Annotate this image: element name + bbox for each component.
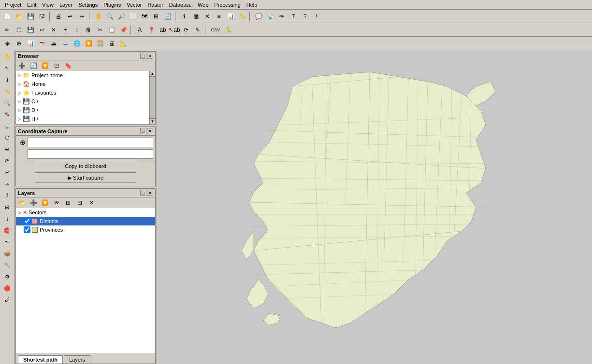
tree-item-d[interactable]: ▷ 💾 D:/ — [16, 106, 149, 114]
tree-item-mssql[interactable]: ▷ 🗄 MSSQL — [16, 123, 149, 124]
tool-profile[interactable]: 〜 — [2, 237, 13, 247]
menu-settings[interactable]: Settings — [75, 1, 101, 9]
about-btn[interactable]: ! — [311, 11, 322, 22]
3d-btn[interactable]: 🗻 — [60, 38, 71, 49]
add-feature-btn[interactable]: + — [60, 25, 71, 35]
menu-layer[interactable]: Layer — [57, 1, 76, 9]
tree-item-c[interactable]: ▷ 💾 C:/ — [16, 97, 149, 106]
tool-measure[interactable]: 📏 — [2, 86, 13, 97]
menu-plugins[interactable]: Plugins — [101, 1, 124, 9]
layout-btn[interactable]: 📐 — [118, 38, 129, 49]
browser-scrollbar[interactable]: ▲ ▼ — [149, 71, 155, 124]
tool-split[interactable]: ✂ — [2, 167, 13, 178]
format-btn[interactable]: 🖨 — [106, 38, 117, 49]
copy-edit-btn[interactable]: 📋 — [106, 25, 117, 35]
scroll-up-btn[interactable]: ▲ — [150, 71, 155, 77]
deselect-btn[interactable]: ✕ — [202, 11, 213, 22]
menu-database[interactable]: Database — [166, 1, 195, 9]
tool-snap[interactable]: 🧲 — [2, 225, 13, 236]
tool-reshape[interactable]: ⤴ — [2, 190, 13, 201]
tool-gps[interactable]: 📡 — [2, 121, 13, 131]
layers-open-btn[interactable]: 📂 — [16, 197, 27, 208]
layers-collapse-btn[interactable]: ⊟ — [74, 197, 85, 208]
layer-provinces-checkbox[interactable] — [24, 226, 30, 233]
menu-help[interactable]: Help — [244, 1, 260, 9]
gps-btn[interactable]: 📡 — [265, 11, 275, 22]
coord-x-input[interactable] — [28, 138, 153, 147]
tool-digitize[interactable]: ⬡ — [2, 132, 13, 143]
tree-item-h[interactable]: ▷ 💾 H:/ — [16, 114, 149, 123]
tool-rotate[interactable]: ⟳ — [2, 155, 13, 166]
tool-offset[interactable]: ⇥ — [2, 179, 13, 189]
profile-btn[interactable]: 〜 — [37, 38, 47, 49]
zoom-out-btn[interactable]: 🔎 — [116, 11, 127, 22]
cut-btn[interactable]: ✂ — [95, 25, 105, 35]
pan-btn[interactable]: ✋ — [93, 11, 103, 22]
cancel-btn[interactable]: ✕ — [48, 25, 59, 35]
tool-plugin4[interactable]: 🖊 — [2, 294, 13, 305]
layer-group-sectors[interactable]: ▷ ✕ Sectors — [16, 208, 155, 217]
menu-web[interactable]: Web — [195, 1, 211, 9]
browser-refresh-btn[interactable]: 🔄 — [28, 60, 39, 71]
tool-merge[interactable]: ⊞ — [2, 202, 13, 212]
undo-btn[interactable]: ↩ — [65, 11, 75, 22]
scroll-down-btn[interactable]: ▼ — [150, 118, 155, 124]
tool-plugin2[interactable]: ⚙ — [2, 271, 13, 282]
tool-zoom[interactable]: 🔍 — [2, 98, 13, 108]
tool-pan[interactable]: ✋ — [2, 51, 13, 62]
layers-visible-btn[interactable]: 👁 — [51, 197, 62, 208]
tool-annotate[interactable]: ✎ — [2, 109, 13, 120]
start-capture-btn[interactable]: ▶ Start capture — [35, 172, 136, 183]
coord-y-input[interactable] — [28, 149, 153, 159]
tool-select[interactable]: ↖ — [2, 63, 13, 73]
tool-plugin1[interactable]: 🔧 — [2, 260, 13, 270]
paste-btn[interactable]: 📌 — [118, 25, 129, 35]
csv-btn[interactable]: CSV — [209, 25, 222, 35]
layer-item-districts[interactable]: Districts — [16, 217, 155, 225]
tool-move-attr[interactable]: ⤵ — [2, 213, 13, 224]
pin-btn[interactable]: 📍 — [146, 25, 157, 35]
layers-float-btn[interactable]: □ — [140, 190, 146, 196]
help-btn[interactable]: ? — [300, 11, 310, 22]
print-btn[interactable]: 🖨 — [53, 11, 64, 22]
tool-layer[interactable]: 📦 — [2, 248, 13, 259]
menu-edit[interactable]: Edit — [24, 1, 39, 9]
layers-filter-btn[interactable]: 🔽 — [40, 197, 50, 208]
zoom-full-btn[interactable]: ⬜ — [128, 11, 138, 22]
layers-add-btn[interactable]: ➕ — [28, 197, 39, 208]
copy-to-clipboard-btn[interactable]: Copy to clipboard — [35, 161, 136, 171]
attr-table-btn[interactable]: ≡ — [214, 11, 224, 22]
zoom-in-btn[interactable]: 🔍 — [104, 11, 115, 22]
tool-node[interactable]: ⊕ — [2, 144, 13, 154]
digitize-btn[interactable]: ✏ — [276, 11, 287, 22]
coord-close-btn[interactable]: ✕ — [147, 128, 153, 134]
browser-float-btn[interactable]: □ — [140, 53, 146, 59]
menu-raster[interactable]: Raster — [144, 1, 166, 9]
tool-info[interactable]: ℹ — [2, 74, 13, 85]
new-project-btn[interactable]: 📄 — [2, 11, 13, 22]
chart-btn[interactable]: 📊 — [25, 38, 36, 49]
layer-districts-checkbox[interactable] — [24, 218, 30, 224]
delete-btn[interactable]: 🗑 — [83, 25, 94, 35]
python-btn[interactable]: 🐍 — [223, 25, 234, 35]
open-project-btn[interactable]: 📂 — [14, 11, 24, 22]
redo-btn[interactable]: ↪ — [76, 11, 87, 22]
show-labels-btn[interactable]: ab — [158, 25, 168, 35]
label-btn[interactable]: T — [288, 11, 299, 22]
change-label-btn[interactable]: ✎ — [192, 25, 203, 35]
move-label-btn[interactable]: ↖ab — [169, 25, 180, 35]
rollback-btn[interactable]: ↩ — [37, 25, 47, 35]
browser-collapse-btn[interactable]: ⊟ — [51, 60, 62, 71]
menu-processing[interactable]: Processing — [211, 1, 243, 9]
rotate-label-btn[interactable]: ⟳ — [181, 25, 191, 35]
select-btn[interactable]: ▦ — [190, 11, 201, 22]
tree-item-favourites[interactable]: ▷ ⭐ Favourites — [16, 88, 149, 97]
digitize2-btn[interactable]: ◈ — [2, 38, 13, 49]
stat-btn[interactable]: 📊 — [225, 11, 236, 22]
terrain-btn[interactable]: ⛰ — [48, 38, 59, 49]
calc-btn[interactable]: 🧮 — [95, 38, 105, 49]
zoom-selected-btn[interactable]: ⊞ — [151, 11, 161, 22]
browser-properties-btn[interactable]: 🔖 — [63, 60, 73, 71]
tree-item-home[interactable]: ▷ 🏠 Home — [16, 80, 149, 88]
save-layer-btn[interactable]: 💾 — [25, 25, 36, 35]
